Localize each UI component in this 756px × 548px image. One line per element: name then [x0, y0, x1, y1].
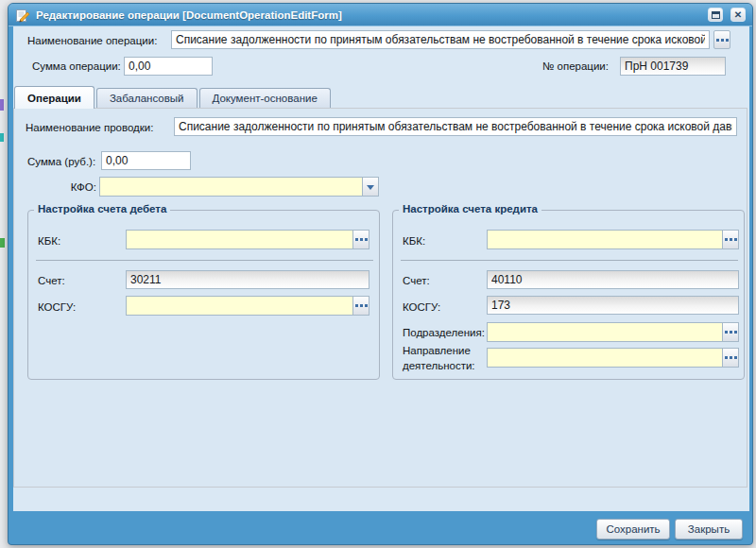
titlebar: Редактирование операции [DocumentOperati…	[9, 4, 752, 26]
restore-icon	[712, 11, 720, 19]
ellipsis-icon	[730, 356, 732, 359]
credit-kbk-label: КБК:	[403, 235, 425, 247]
tab-offbalance[interactable]: Забалансовый	[96, 88, 198, 108]
close-icon: ✕	[734, 10, 742, 20]
operation-sum-input[interactable]	[124, 57, 213, 76]
posting-name-input[interactable]	[174, 117, 737, 136]
chevron-down-icon	[367, 185, 374, 194]
group-separator	[401, 260, 738, 261]
sum-rub-input[interactable]	[101, 151, 191, 170]
sum-rub-label: Сумма (руб.):	[27, 156, 95, 167]
background-fragment	[0, 238, 5, 248]
debit-account-field	[126, 270, 369, 289]
credit-subdivisions-lookup-button[interactable]	[722, 323, 738, 341]
ellipsis-icon	[730, 238, 732, 241]
credit-group: Настройка счета кредита КБК: Счет: КОСГУ…	[392, 210, 745, 380]
debit-kbk-input[interactable]	[127, 231, 352, 248]
credit-kosgu-field	[487, 296, 739, 315]
credit-account-field	[487, 270, 739, 289]
debit-kbk-lookup-button[interactable]	[352, 231, 369, 248]
background-fragment	[0, 99, 4, 111]
credit-kbk-field[interactable]	[487, 230, 739, 249]
tab-document-basis[interactable]: Документ-основание	[199, 88, 331, 108]
operation-sum-label: Сумма операции:	[32, 60, 121, 72]
edit-icon	[15, 8, 30, 23]
operation-number-field	[620, 57, 726, 76]
credit-activity-direction-field[interactable]	[487, 348, 739, 368]
ellipsis-icon	[721, 39, 724, 42]
window-title: Редактирование операции [DocumentOperati…	[36, 9, 702, 21]
tab-operations[interactable]: Операции	[14, 86, 94, 109]
ellipsis-icon	[360, 238, 363, 241]
dialog-body: Наименование операции: Сумма операции: №…	[13, 26, 749, 511]
credit-activity-direction-label: Направление деятельности:	[403, 344, 484, 373]
operation-name-input[interactable]	[171, 30, 710, 49]
operation-number-label: № операции:	[542, 60, 609, 72]
kfo-input[interactable]	[100, 178, 362, 196]
debit-group: Настройка счета дебета КБК: Счет: КОСГУ:	[27, 210, 380, 380]
credit-kbk-input[interactable]	[488, 231, 722, 248]
dialog-window: Редактирование операции [DocumentOperati…	[8, 3, 753, 545]
debit-kbk-label: КБК:	[38, 235, 60, 247]
save-button[interactable]: Сохранить	[596, 519, 670, 539]
close-button[interactable]: ✕	[730, 8, 746, 22]
credit-kbk-lookup-button[interactable]	[722, 231, 738, 248]
background-fragment	[0, 133, 4, 142]
debit-group-title: Настройка счета дебета	[34, 203, 170, 214]
debit-kosgu-lookup-button[interactable]	[352, 297, 369, 315]
tab-strip: Операции Забалансовый Документ-основание	[14, 86, 331, 108]
debit-kosgu-label: КОСГУ:	[38, 301, 76, 313]
credit-group-title: Настройка счета кредита	[399, 203, 541, 214]
credit-kosgu-label: КОСГУ:	[403, 301, 440, 313]
credit-activity-direction-input[interactable]	[488, 349, 722, 367]
credit-subdivisions-label: Подразделения:	[403, 327, 485, 338]
kfo-dropdown-trigger[interactable]	[362, 178, 378, 196]
operation-name-label: Наименование операции:	[27, 35, 157, 46]
tab-panel: Наименование проводки: Сумма (руб.): КФО…	[13, 108, 747, 488]
debit-kosgu-field[interactable]	[126, 296, 369, 316]
credit-subdivisions-input[interactable]	[488, 323, 722, 341]
ellipsis-icon	[360, 304, 363, 307]
restore-button[interactable]	[708, 8, 723, 22]
kfo-label: КФО:	[33, 181, 96, 193]
group-separator	[36, 260, 373, 261]
credit-account-label: Счет:	[403, 275, 430, 286]
ellipsis-icon	[730, 331, 732, 334]
debit-kbk-field[interactable]	[126, 230, 369, 249]
posting-name-label: Наименование проводки:	[26, 122, 153, 133]
debit-account-label: Счет:	[38, 275, 65, 286]
credit-activity-direction-lookup-button[interactable]	[722, 349, 738, 367]
operation-name-ellipsis-button[interactable]	[713, 30, 730, 49]
debit-kosgu-input[interactable]	[127, 297, 352, 315]
credit-subdivisions-field[interactable]	[487, 322, 739, 342]
kfo-combo[interactable]	[99, 177, 379, 197]
close-dialog-button[interactable]: Закрыть	[675, 519, 743, 539]
